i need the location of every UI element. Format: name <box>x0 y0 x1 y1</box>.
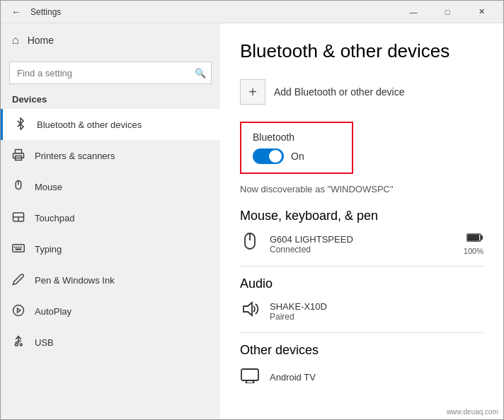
search-input[interactable] <box>9 62 212 84</box>
mouse-icon <box>12 180 25 194</box>
bluetooth-toggle[interactable] <box>253 148 284 164</box>
device-item-mouse: G604 LIGHTSPEED Connected 100% <box>240 232 483 256</box>
sidebar-usb-label: USB <box>35 337 54 348</box>
close-button[interactable]: ✕ <box>465 1 498 23</box>
sidebar-item-home[interactable]: ⌂ Home <box>1 23 220 57</box>
battery-percent: 100% <box>464 247 483 255</box>
window-title: Settings <box>30 7 61 17</box>
page-title: Bluetooth & other devices <box>240 40 483 62</box>
mouse-device-name: G604 LIGHTSPEED <box>270 234 454 245</box>
svg-marker-16 <box>18 308 21 313</box>
sidebar-typing-label: Typing <box>35 244 62 255</box>
divider-audio <box>240 266 483 267</box>
home-label: Home <box>28 35 54 46</box>
sidebar-item-usb[interactable]: USB <box>1 327 220 358</box>
add-device-label: Add Bluetooth or other device <box>274 86 404 98</box>
audio-device-name: SHAKE-X10D <box>270 301 483 312</box>
device-item-tv: Android TV <box>240 366 483 387</box>
home-icon: ⌂ <box>12 34 19 47</box>
device-item-audio: SHAKE-X10D Paired <box>240 300 483 322</box>
add-device-button[interactable]: + Add Bluetooth or other device <box>240 76 483 107</box>
svg-rect-25 <box>468 235 479 240</box>
bluetooth-toggle-label: On <box>291 151 304 162</box>
mouse-device-battery: 100% <box>464 233 483 255</box>
toggle-knob <box>269 150 282 163</box>
svg-rect-9 <box>13 244 25 252</box>
sidebar-pen-label: Pen & Windows Ink <box>35 275 115 286</box>
svg-point-18 <box>20 344 22 346</box>
audio-device-status: Paired <box>270 312 483 322</box>
back-button[interactable]: ← <box>6 2 26 22</box>
other-section-heading: Other devices <box>240 343 483 358</box>
maximize-button[interactable]: □ <box>431 1 464 23</box>
mouse-device-icon <box>240 232 260 256</box>
touchpad-icon <box>12 211 25 226</box>
sidebar-touchpad-label: Touchpad <box>35 213 74 223</box>
sidebar: ⌂ Home 🔍 Devices Bluetooth & other devic… <box>1 23 220 419</box>
sidebar-printers-label: Printers & scanners <box>35 151 115 161</box>
discoverable-text: Now discoverable as "WINDOWSPC" <box>240 184 483 194</box>
bluetooth-section-title: Bluetooth <box>253 132 340 143</box>
bluetooth-icon <box>14 117 27 132</box>
tv-device-info: Android TV <box>270 372 483 383</box>
window-controls: — □ ✕ <box>397 1 498 23</box>
battery-icon <box>466 233 483 245</box>
sidebar-mouse-label: Mouse <box>35 182 62 192</box>
audio-section-heading: Audio <box>240 276 483 291</box>
svg-rect-0 <box>16 149 22 153</box>
svg-rect-27 <box>241 369 258 380</box>
titlebar: ← Settings — □ ✕ <box>1 1 503 23</box>
audio-device-info: SHAKE-X10D Paired <box>270 301 483 322</box>
audio-device-icon <box>240 300 260 322</box>
usb-icon <box>12 335 25 350</box>
sidebar-item-bluetooth[interactable]: Bluetooth & other devices <box>1 109 220 140</box>
sidebar-item-touchpad[interactable]: Touchpad <box>1 202 220 233</box>
sidebar-item-autoplay[interactable]: AutoPlay <box>1 296 220 327</box>
mouse-device-info: G604 LIGHTSPEED Connected <box>270 234 454 255</box>
svg-rect-24 <box>481 235 483 240</box>
divider-other <box>240 332 483 333</box>
tv-device-name: Android TV <box>270 372 483 383</box>
watermark: www.deuaq.com <box>447 408 498 416</box>
mouse-section-heading: Mouse, keyboard, & pen <box>240 209 483 223</box>
sidebar-item-pen[interactable]: Pen & Windows Ink <box>1 264 220 296</box>
sidebar-bluetooth-label: Bluetooth & other devices <box>37 119 142 130</box>
mouse-device-status: Connected <box>270 245 454 255</box>
sidebar-item-printers[interactable]: Printers & scanners <box>1 140 220 171</box>
svg-rect-17 <box>16 344 18 346</box>
sidebar-item-mouse[interactable]: Mouse <box>1 171 220 202</box>
autoplay-icon <box>12 304 25 319</box>
tv-device-icon <box>240 366 260 387</box>
search-container: 🔍 <box>9 62 212 84</box>
pen-icon <box>12 273 25 288</box>
add-device-plus-icon: + <box>240 79 265 105</box>
toggle-row: On <box>253 148 340 164</box>
typing-icon <box>12 242 25 257</box>
sidebar-autoplay-label: AutoPlay <box>35 306 71 317</box>
main-layout: ⌂ Home 🔍 Devices Bluetooth & other devic… <box>1 23 503 419</box>
printer-icon <box>12 148 25 163</box>
bluetooth-toggle-section: Bluetooth On <box>240 122 353 174</box>
sidebar-item-typing[interactable]: Typing <box>1 233 220 264</box>
content-area: Bluetooth & other devices + Add Bluetoot… <box>220 23 503 419</box>
sidebar-section-label: Devices <box>1 91 220 109</box>
minimize-button[interactable]: — <box>397 1 430 23</box>
svg-point-15 <box>13 305 24 315</box>
svg-marker-26 <box>244 303 252 315</box>
